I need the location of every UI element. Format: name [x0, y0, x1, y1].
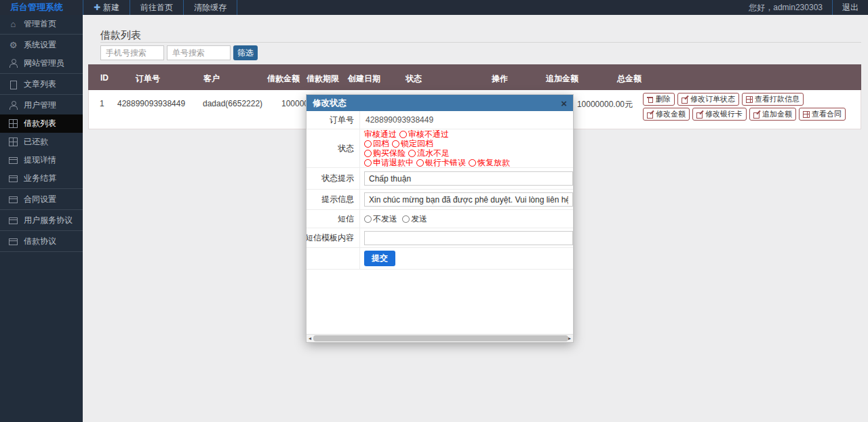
edit-amount-button[interactable]: 修改金额 [643, 108, 690, 121]
delete-button[interactable]: 删除 [643, 93, 675, 106]
sidebar-item-loans[interactable]: 借款列表 [0, 114, 83, 133]
sidebar-item-label: 系统设置 [24, 39, 56, 51]
home-icon: ⌂ [9, 20, 18, 28]
status-option-insufficient-flow[interactable]: 流水不足 [417, 148, 450, 158]
view-payment-info-button[interactable]: 查看打款信息 [742, 93, 804, 106]
action-label: 修改金额 [656, 109, 686, 119]
grid-icon [9, 119, 18, 128]
view-contract-button[interactable]: 查看合同 [799, 108, 846, 121]
action-label: 删除 [656, 94, 671, 104]
sidebar-divider [0, 94, 83, 95]
logout-button[interactable]: 退出 [832, 0, 868, 15]
radio-sms-send[interactable] [402, 215, 410, 223]
status-option-rollback[interactable]: 回档 [373, 139, 389, 148]
edit-order-status-button[interactable]: 修改订单状态 [677, 93, 739, 106]
radio-sms-no-send[interactable] [364, 215, 372, 223]
table-header: ID 订单号 客户 借款金额 借款期限 创建日期 状态 操作 追加金额 总金额 [88, 64, 861, 90]
status-option-resume-lending[interactable]: 恢复放款 [477, 158, 510, 167]
radio-resume-lending[interactable] [469, 159, 476, 167]
close-icon[interactable]: × [561, 98, 567, 108]
edit-icon [647, 111, 654, 118]
sidebar-item-label: 合同设置 [24, 194, 56, 205]
sidebar-item-users[interactable]: 用户管理 [0, 96, 83, 114]
column-header-created: 创建日期 [348, 73, 380, 85]
user-greeting: 您好，admin230303 [739, 0, 832, 15]
status-option-audit-fail[interactable]: 审核不通过 [408, 129, 449, 139]
title-divider [100, 42, 861, 43]
sidebar-item-site-admin[interactable]: 网站管理员 [0, 54, 83, 72]
sidebar-item-loan-agreement[interactable]: 借款协议 [0, 232, 83, 251]
sidebar: ⌂管理首页 ⚙系统设置 网站管理员 文章列表 用户管理 借款列表 已还款 提现详… [0, 15, 83, 422]
grid-icon [9, 138, 18, 146]
sidebar-item-contract-settings[interactable]: 合同设置 [0, 190, 83, 209]
menu-item-new[interactable]: ✚新建 [83, 0, 130, 15]
phone-search-input[interactable] [100, 45, 164, 60]
sms-option-send[interactable]: 发送 [411, 214, 427, 224]
status-option-audit-pass[interactable]: 审核通过 [364, 129, 397, 139]
modal-empty-area [307, 270, 573, 334]
status-options-line-1: 审核通过审核不通过 [364, 129, 513, 139]
sidebar-item-system-settings[interactable]: ⚙系统设置 [0, 36, 83, 54]
modal-header[interactable]: 修改状态 × [307, 95, 573, 111]
submit-button[interactable]: 提交 [364, 251, 395, 266]
sidebar-divider [0, 34, 83, 35]
scroll-right-arrow-icon[interactable]: ▸ [566, 335, 573, 342]
status-options-line-3: 购买保险流水不足 [364, 148, 513, 158]
status-option-refund-applying[interactable]: 申请退款中 [373, 158, 414, 167]
status-options-line-4: 申请退款中银行卡错误恢复放款 [364, 158, 513, 167]
status-option-bank-card-error[interactable]: 银行卡错误 [425, 158, 466, 167]
actions-line-1: 删除 修改订单状态 查看打款信息 [643, 93, 846, 106]
action-label: 查看打款信息 [755, 94, 800, 104]
sidebar-item-repaid[interactable]: 已还款 [0, 133, 83, 151]
status-options-line-2: 回档锁定回档 [364, 139, 513, 148]
sidebar-item-articles[interactable]: 文章列表 [0, 75, 83, 93]
filter-button[interactable]: 筛选 [233, 45, 258, 60]
radio-lock-rollback[interactable] [392, 140, 399, 148]
empty-label [307, 248, 360, 269]
menu-item-go-home[interactable]: 前往首页 [130, 0, 184, 15]
modal-row-message: 提示信息 [307, 190, 573, 210]
order-search-input[interactable] [167, 45, 231, 60]
column-header-status: 状态 [406, 73, 422, 85]
sidebar-item-label: 网站管理员 [24, 58, 64, 69]
actions-line-2: 修改金额 修改银行卡 追加金额 查看合同 [643, 108, 846, 121]
menu-item-clear-cache[interactable]: 清除缓存 [184, 0, 237, 15]
radio-insufficient-flow[interactable] [408, 150, 416, 157]
table-icon [803, 111, 810, 118]
add-amount-button[interactable]: 追加金额 [749, 108, 796, 121]
action-label: 修改订单状态 [690, 94, 735, 104]
status-hint-input[interactable] [364, 171, 573, 186]
status-option-lock-rollback[interactable]: 锁定回档 [401, 139, 433, 148]
sidebar-divider [0, 251, 83, 252]
action-label: 修改银行卡 [705, 109, 743, 119]
message-input[interactable] [364, 192, 573, 207]
sidebar-divider [0, 230, 83, 231]
radio-buy-insurance[interactable] [364, 150, 372, 157]
sidebar-item-label: 借款列表 [24, 118, 56, 129]
cell-total-amount: 10000000.00元 [565, 99, 633, 110]
scroll-left-arrow-icon[interactable]: ◂ [307, 335, 313, 342]
modal-horizontal-scrollbar[interactable]: ◂ ▸ [307, 334, 573, 342]
radio-rollback[interactable] [364, 140, 372, 148]
status-option-buy-insurance[interactable]: 购买保险 [373, 148, 406, 158]
sms-option-no-send[interactable]: 不发送 [373, 214, 397, 224]
radio-bank-card-error[interactable] [416, 159, 424, 167]
radio-audit-fail[interactable] [399, 131, 407, 138]
sidebar-item-settlement[interactable]: 业务结算 [0, 169, 83, 188]
sidebar-item-label: 管理首页 [24, 18, 56, 30]
sidebar-item-withdrawals[interactable]: 提现详情 [0, 151, 83, 169]
modal-row-order-no: 订单号 428899093938449 [307, 111, 573, 129]
sidebar-item-user-service-agreement[interactable]: 用户服务协议 [0, 211, 83, 230]
status-label: 状态 [307, 129, 360, 167]
card-icon [9, 157, 18, 164]
card-icon [9, 217, 18, 224]
radio-refund-applying[interactable] [364, 159, 372, 167]
edit-icon [682, 96, 688, 103]
sidebar-item-home[interactable]: ⌂管理首页 [0, 15, 83, 33]
scrollbar-thumb[interactable] [313, 335, 568, 341]
column-header-loan-term: 借款期限 [307, 73, 339, 85]
status-options: 审核通过审核不通过 回档锁定回档 购买保险流水不足 申请退款中银行卡错误恢复放款 [360, 129, 513, 167]
modal-row-status: 状态 审核通过审核不通过 回档锁定回档 购买保险流水不足 申请退款中银行卡错误恢… [307, 129, 573, 168]
sms-template-input[interactable] [364, 231, 573, 245]
edit-bank-card-button[interactable]: 修改银行卡 [692, 108, 747, 121]
